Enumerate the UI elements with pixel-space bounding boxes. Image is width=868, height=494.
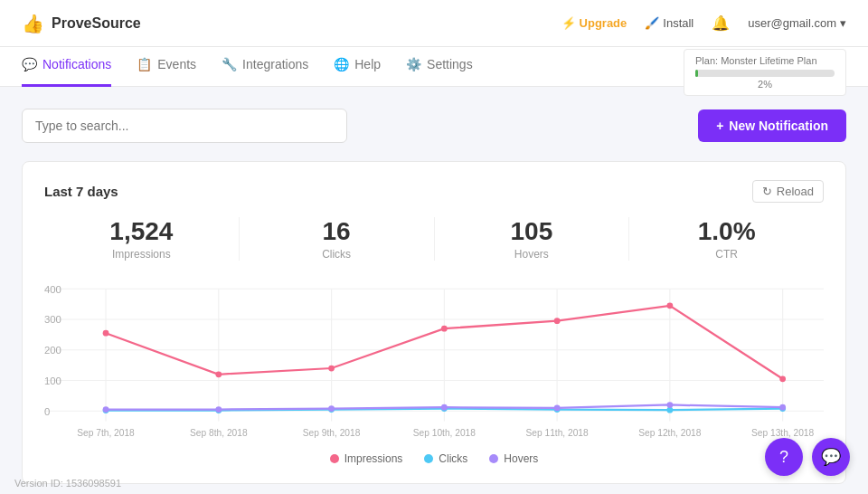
logo-area: 👍 ProveSource bbox=[22, 13, 141, 34]
svg-text:0: 0 bbox=[44, 406, 50, 417]
nav-settings-label: Settings bbox=[427, 57, 473, 71]
new-notification-button[interactable]: + New Notification bbox=[698, 109, 846, 142]
nav-events-label: Events bbox=[157, 57, 196, 71]
hovers-legend-label: Hovers bbox=[504, 452, 538, 465]
svg-point-38 bbox=[103, 406, 109, 413]
user-email: user@gmail.com bbox=[748, 16, 836, 30]
nav-events[interactable]: 📋 Events bbox=[137, 47, 196, 87]
impressions-value: 1,524 bbox=[44, 217, 239, 246]
svg-text:Sep 9th, 2018: Sep 9th, 2018 bbox=[303, 428, 361, 438]
metric-impressions: 1,524 Impressions bbox=[44, 217, 240, 261]
chevron-down-icon: ▾ bbox=[840, 16, 846, 30]
toolbar: + New Notification bbox=[22, 109, 846, 143]
upgrade-button[interactable]: ⚡ Upgrade bbox=[561, 16, 627, 30]
svg-text:100: 100 bbox=[44, 375, 61, 386]
metric-hovers: 105 Hovers bbox=[435, 217, 630, 261]
reload-icon: ↻ bbox=[762, 185, 772, 198]
clicks-dot bbox=[424, 454, 433, 463]
nav-integrations-label: Integrations bbox=[242, 57, 308, 71]
upgrade-label: Upgrade bbox=[580, 16, 627, 30]
clicks-legend-label: Clicks bbox=[439, 452, 467, 465]
svg-point-40 bbox=[328, 405, 335, 412]
svg-point-30 bbox=[779, 375, 786, 382]
impressions-label: Impressions bbox=[44, 248, 239, 261]
metric-clicks: 16 Clicks bbox=[240, 217, 435, 261]
version-label: Version ID: 1536098591 bbox=[14, 478, 121, 489]
nav-help-label: Help bbox=[354, 57, 381, 71]
svg-point-44 bbox=[779, 404, 786, 411]
nav-notifications[interactable]: 💬 Notifications bbox=[22, 47, 111, 87]
install-button[interactable]: 🖌️ Install bbox=[645, 16, 693, 30]
help-icon: 🌐 bbox=[334, 57, 349, 71]
hovers-label: Hovers bbox=[435, 248, 629, 261]
nav-help[interactable]: 🌐 Help bbox=[334, 47, 381, 87]
ctr-value: 1.0% bbox=[629, 217, 824, 246]
svg-text:Sep 11th, 2018: Sep 11th, 2018 bbox=[526, 428, 590, 438]
legend-hovers: Hovers bbox=[489, 452, 538, 465]
paint-icon: 🖌️ bbox=[645, 16, 659, 30]
notifications-icon: 💬 bbox=[22, 57, 37, 71]
chat-float-button[interactable]: 💬 bbox=[812, 438, 850, 476]
help-float-button[interactable]: ? bbox=[765, 438, 803, 476]
svg-text:200: 200 bbox=[44, 345, 61, 356]
svg-point-42 bbox=[554, 405, 561, 412]
bell-icon[interactable]: 🔔 bbox=[712, 14, 730, 32]
logo-icon: 👍 bbox=[22, 13, 44, 34]
hovers-value: 105 bbox=[435, 217, 629, 246]
svg-text:400: 400 bbox=[44, 284, 61, 295]
new-notification-label: New Notification bbox=[729, 119, 828, 133]
help-icon: ? bbox=[779, 448, 788, 467]
impressions-dot bbox=[330, 454, 339, 463]
stats-period: Last 7 days bbox=[44, 184, 118, 199]
reload-button[interactable]: ↻ Reload bbox=[752, 180, 824, 203]
top-nav-right: ⚡ Upgrade 🖌️ Install 🔔 user@gmail.com ▾ bbox=[561, 14, 846, 32]
line-chart: 400 300 200 100 0 Sep 7th, 2018 Sep 8th,… bbox=[44, 279, 824, 442]
ctr-label: CTR bbox=[629, 248, 824, 261]
metrics-row: 1,524 Impressions 16 Clicks 105 Hovers 1… bbox=[44, 217, 824, 261]
settings-icon: ⚙️ bbox=[406, 57, 421, 71]
integrations-icon: 🔧 bbox=[222, 57, 237, 71]
search-input[interactable] bbox=[22, 109, 347, 143]
hovers-dot bbox=[489, 454, 498, 463]
top-nav: 👍 ProveSource ⚡ Upgrade 🖌️ Install 🔔 use… bbox=[0, 0, 868, 47]
svg-text:Sep 8th, 2018: Sep 8th, 2018 bbox=[190, 428, 248, 438]
stats-card: Last 7 days ↻ Reload 1,524 Impressions 1… bbox=[22, 161, 846, 484]
svg-point-27 bbox=[441, 326, 448, 332]
svg-text:Sep 10th, 2018: Sep 10th, 2018 bbox=[413, 428, 476, 438]
svg-point-28 bbox=[554, 318, 561, 324]
lightning-icon: ⚡ bbox=[561, 16, 576, 30]
logo-name: ProveSource bbox=[52, 15, 141, 32]
user-menu[interactable]: user@gmail.com ▾ bbox=[748, 16, 846, 30]
svg-point-24 bbox=[103, 330, 109, 337]
svg-point-29 bbox=[666, 302, 673, 309]
impressions-legend-label: Impressions bbox=[344, 452, 403, 465]
plan-progress-fill bbox=[695, 70, 698, 77]
legend-clicks: Clicks bbox=[424, 452, 467, 465]
reload-label: Reload bbox=[777, 185, 814, 198]
stats-card-header: Last 7 days ↻ Reload bbox=[44, 180, 824, 203]
clicks-label: Clicks bbox=[240, 248, 434, 261]
svg-text:Sep 12th, 2018: Sep 12th, 2018 bbox=[638, 428, 702, 438]
chat-icon: 💬 bbox=[821, 447, 841, 467]
install-label: Install bbox=[663, 16, 693, 30]
plan-progress-track bbox=[695, 70, 835, 77]
svg-text:Sep 13th, 2018: Sep 13th, 2018 bbox=[751, 428, 815, 438]
float-buttons: ? 💬 bbox=[765, 438, 850, 476]
clicks-value: 16 bbox=[240, 217, 434, 246]
metric-ctr: 1.0% CTR bbox=[629, 217, 824, 261]
svg-point-41 bbox=[441, 404, 448, 411]
legend-impressions: Impressions bbox=[330, 452, 403, 465]
plan-label: Plan: Monster Lifetime Plan bbox=[695, 55, 835, 66]
nav-settings[interactable]: ⚙️ Settings bbox=[406, 47, 473, 87]
plus-icon: + bbox=[716, 119, 723, 133]
svg-text:Sep 7th, 2018: Sep 7th, 2018 bbox=[77, 428, 135, 438]
svg-point-25 bbox=[215, 371, 222, 377]
chart-legend: Impressions Clicks Hovers bbox=[44, 452, 824, 465]
svg-point-39 bbox=[215, 406, 222, 413]
svg-point-26 bbox=[328, 366, 335, 372]
nav-notifications-label: Notifications bbox=[42, 57, 111, 71]
main-content: + New Notification Last 7 days ↻ Reload … bbox=[0, 87, 868, 494]
svg-text:300: 300 bbox=[44, 315, 61, 326]
chart-area: 400 300 200 100 0 Sep 7th, 2018 Sep 8th,… bbox=[44, 279, 824, 442]
nav-integrations[interactable]: 🔧 Integrations bbox=[222, 47, 308, 87]
